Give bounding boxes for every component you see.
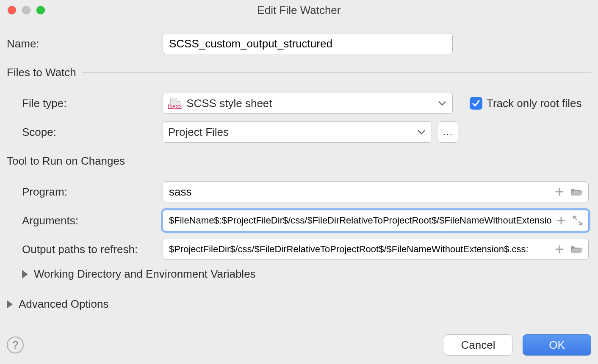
arguments-label: Arguments: — [7, 214, 163, 227]
insert-macro-icon[interactable] — [556, 215, 566, 226]
working-dir-label: Working Directory and Environment Variab… — [34, 267, 256, 281]
insert-macro-icon[interactable] — [554, 187, 565, 197]
output-paths-input[interactable] — [168, 243, 551, 255]
close-window-button[interactable] — [8, 6, 16, 14]
section-files-to-watch: Files to Watch — [7, 66, 591, 79]
file-type-label: File type: — [7, 97, 163, 110]
program-input-wrap[interactable] — [163, 181, 589, 202]
window-title: Edit File Watcher — [0, 4, 598, 17]
section-files-to-watch-label: Files to Watch — [7, 66, 76, 79]
section-tool-to-run: Tool to Run on Changes — [7, 154, 591, 168]
help-button[interactable]: ? — [7, 336, 24, 353]
scope-value: Project Files — [168, 126, 229, 139]
scope-select[interactable]: Project Files — [163, 121, 432, 143]
advanced-options-disclosure[interactable]: Advanced Options — [7, 298, 591, 311]
scope-browse-button[interactable]: ... — [438, 121, 458, 143]
output-paths-input-wrap[interactable] — [163, 239, 589, 260]
output-paths-label: Output paths to refresh: — [7, 243, 163, 256]
ok-button[interactable]: OK — [523, 334, 591, 356]
track-root-checkbox-wrap[interactable]: Track only root files — [470, 97, 581, 110]
triangle-right-icon — [7, 300, 13, 309]
chevron-down-icon — [438, 101, 446, 106]
working-dir-disclosure[interactable]: Working Directory and Environment Variab… — [7, 267, 256, 281]
scope-label: Scope: — [7, 126, 163, 139]
triangle-right-icon — [22, 270, 28, 279]
file-type-value: SCSS style sheet — [186, 97, 272, 110]
minimize-window-button[interactable] — [22, 6, 30, 14]
arguments-input-wrap[interactable] — [163, 210, 589, 231]
expand-icon[interactable] — [572, 215, 583, 226]
insert-macro-icon[interactable] — [554, 244, 565, 254]
track-root-label: Track only root files — [487, 97, 581, 110]
folder-open-icon[interactable] — [570, 187, 583, 196]
program-label: Program: — [7, 185, 163, 199]
chevron-down-icon — [417, 130, 426, 135]
cancel-button[interactable]: Cancel — [444, 334, 512, 356]
arguments-input[interactable] — [168, 215, 553, 226]
section-tool-to-run-label: Tool to Run on Changes — [7, 154, 125, 168]
window-controls — [8, 6, 45, 14]
program-input[interactable] — [168, 185, 551, 199]
name-input-wrap[interactable] — [163, 33, 453, 54]
name-input[interactable] — [168, 37, 447, 51]
track-root-checkbox[interactable] — [470, 97, 482, 110]
titlebar: Edit File Watcher — [0, 0, 598, 20]
sass-file-icon: SASS — [168, 98, 182, 109]
maximize-window-button[interactable] — [36, 6, 45, 14]
file-type-select[interactable]: SASS SCSS style sheet — [163, 93, 453, 114]
name-label: Name: — [7, 37, 163, 50]
advanced-options-label: Advanced Options — [19, 298, 108, 311]
folder-open-icon[interactable] — [570, 245, 583, 254]
